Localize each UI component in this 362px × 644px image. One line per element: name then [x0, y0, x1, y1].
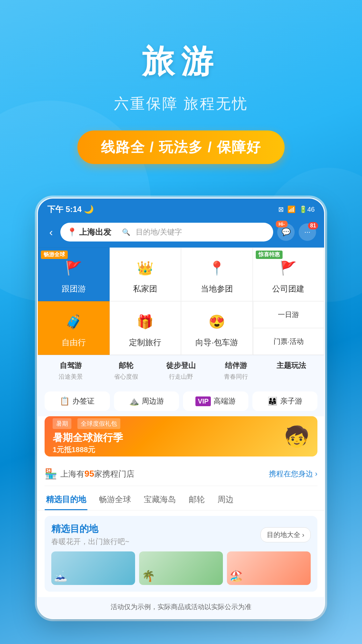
- dest-thumb-3[interactable]: 🏖️: [227, 551, 311, 585]
- dest-header: 精选目的地 春暖花开，出门旅行吧~ 目的地大全 ›: [51, 523, 311, 547]
- free-travel-icon: 🧳: [62, 310, 86, 334]
- tag-global: 畅游全球: [41, 251, 68, 259]
- theme-label: 主题玩法: [277, 361, 306, 371]
- right-column: 一日游 门票·活动: [253, 301, 324, 355]
- mini-item-theme[interactable]: 主题玩法: [265, 361, 317, 381]
- message-icon: 💬: [282, 228, 291, 236]
- notification-badge: 81: [308, 222, 318, 229]
- mini-items-row: 自驾游 沿途美景 邮轮 省心度假 徒步登山 行走山野 结伴游 青春同行 主题玩法: [38, 355, 324, 386]
- tab-selected-dest[interactable]: 精选目的地: [45, 489, 87, 510]
- nearby-label: 周边游: [142, 396, 164, 406]
- self-drive-label: 自驾游: [60, 361, 82, 371]
- self-drive-sub: 沿途美景: [59, 373, 83, 381]
- status-time: 下午 5:14 🌙: [47, 204, 94, 215]
- one-day-label: 一日游: [278, 310, 299, 319]
- banner-illustration: 🧒: [284, 425, 309, 448]
- banner-badge-2: 全球度假礼包: [77, 418, 120, 429]
- quick-link-family[interactable]: 👨‍👩‍👧 亲子游: [252, 391, 318, 411]
- quick-link-visa[interactable]: 📋 办签证: [45, 391, 110, 411]
- moon-icon: 🌙: [84, 205, 94, 214]
- tab-global-tour[interactable]: 畅游全球: [98, 489, 132, 510]
- nearby-icon: ⛰️: [129, 396, 139, 406]
- hiking-label: 徒步登山: [166, 361, 196, 371]
- tag-special: 惊喜特惠: [256, 251, 283, 259]
- grid-row-1: 畅游全球 🚩 跟团游 👑 私家团 📍: [38, 248, 324, 301]
- family-label: 亲子游: [280, 396, 302, 406]
- group-tour-label: 跟团游: [62, 283, 86, 294]
- promo-banner[interactable]: 暑期 全球度假礼包 暑期全球旅行季 1元抵1888元 🧒: [45, 416, 317, 457]
- search-bar[interactable]: 📍 上海出发 🔍 目的地/关键字: [60, 223, 273, 241]
- location-icon: 📍: [67, 227, 77, 237]
- visa-icon: 📋: [60, 396, 70, 406]
- nav-bar: ‹ 📍 上海出发 🔍 目的地/关键字 💬 Hi- ··· 81: [38, 218, 324, 248]
- nav-icons: 💬 Hi- ··· 81: [277, 223, 316, 241]
- custom-travel-icon: 🎁: [133, 310, 157, 334]
- hi-badge: Hi-: [276, 221, 288, 227]
- grid-item-free-travel[interactable]: 🧳 自由行: [38, 301, 110, 355]
- store-link[interactable]: 携程在您身边 ›: [269, 469, 317, 479]
- mini-item-companion[interactable]: 结伴游 青春同行: [210, 361, 262, 381]
- status-icons: ⊠ 📶 🔋46: [278, 205, 315, 213]
- family-icon: 👨‍👩‍👧: [267, 396, 278, 406]
- mini-item-hiking[interactable]: 徒步登山 行走山野: [155, 361, 207, 381]
- local-tour-label: 当地参团: [201, 283, 233, 294]
- mini-item-self-drive[interactable]: 自驾游 沿途美景: [45, 361, 97, 381]
- grid-item-custom-travel[interactable]: 🎁 定制旅行: [110, 301, 181, 355]
- page-title: 旅游: [0, 40, 362, 84]
- wifi-icon: 📶: [287, 205, 296, 213]
- tab-cruise[interactable]: 邮轮: [187, 489, 206, 510]
- tab-nearby[interactable]: 周边: [216, 489, 235, 510]
- battery-icon: 🔋46: [299, 205, 315, 213]
- tabs-section: 精选目的地 畅游全球 宝藏海岛 邮轮 周边: [38, 489, 324, 511]
- visa-label: 办签证: [72, 396, 95, 406]
- grid-item-guide[interactable]: 😍 向导·包车游: [181, 301, 253, 355]
- cruise-label: 邮轮: [119, 361, 133, 371]
- search-origin: 📍 上海出发: [67, 227, 111, 237]
- banner-text: 暑期 全球度假礼包 暑期全球旅行季 1元抵1888元: [53, 418, 284, 455]
- tab-treasure-island[interactable]: 宝藏海岛: [142, 489, 177, 510]
- luxury-label: 高端游: [214, 396, 236, 406]
- guide-icon: 😍: [205, 310, 229, 334]
- screen-icon: ⊠: [278, 205, 284, 213]
- search-placeholder: 目的地/关键字: [136, 227, 182, 237]
- grid-item-one-day[interactable]: 一日游: [253, 301, 324, 328]
- company-tour-icon: 🚩: [276, 256, 300, 280]
- store-icon: 🏪: [45, 468, 57, 480]
- dest-thumb-2[interactable]: 🌴: [139, 551, 223, 585]
- more-button[interactable]: ··· 81: [299, 223, 316, 241]
- grid-item-company-tour[interactable]: 惊喜特惠 🚩 公司团建: [253, 248, 324, 301]
- banner-promo: 1元抵1888元: [53, 445, 284, 455]
- store-info: 🏪 上海有95家携程门店 携程在您身边 ›: [45, 462, 317, 486]
- private-tour-label: 私家团: [133, 283, 157, 294]
- message-button[interactable]: 💬 Hi-: [277, 223, 295, 241]
- dest-all-button[interactable]: 目的地大全 ›: [260, 527, 311, 542]
- company-tour-label: 公司团建: [272, 283, 304, 294]
- local-tour-icon: 📍: [205, 256, 229, 280]
- destination-section: 精选目的地 春暖花开，出门旅行吧~ 目的地大全 › 🗻 🌴 🏖️: [45, 516, 317, 592]
- more-icon: ···: [304, 228, 310, 236]
- back-button[interactable]: ‹: [46, 225, 56, 240]
- custom-travel-label: 定制旅行: [129, 337, 161, 348]
- service-grid: 畅游全球 🚩 跟团游 👑 私家团 📍: [38, 248, 324, 618]
- search-icon: 🔍: [122, 228, 130, 236]
- quick-link-luxury[interactable]: VIP 高端游: [183, 391, 248, 411]
- store-left: 🏪 上海有95家携程门店: [45, 468, 134, 480]
- dest-subtitle: 春暖花开，出门旅行吧~: [51, 537, 129, 547]
- quick-link-nearby[interactable]: ⛰️ 周边游: [114, 391, 179, 411]
- grid-item-tickets[interactable]: 门票·活动: [253, 328, 324, 355]
- grid-item-private-tour[interactable]: 👑 私家团: [110, 248, 181, 301]
- grid-item-group-tour[interactable]: 畅游全球 🚩 跟团游: [38, 248, 110, 301]
- phone-container: 下午 5:14 🌙 ⊠ 📶 🔋46 ‹ 📍 上海出发 🔍 目的地/关键字: [0, 198, 362, 619]
- companion-sub: 青春同行: [224, 373, 248, 381]
- grid-item-local-tour[interactable]: 📍 当地参团: [181, 248, 253, 301]
- cruise-sub: 省心度假: [114, 373, 138, 381]
- mini-item-cruise[interactable]: 邮轮 省心度假: [100, 361, 152, 381]
- guide-label: 向导·包车游: [195, 337, 238, 348]
- tickets-label: 门票·活动: [274, 337, 304, 346]
- status-bar: 下午 5:14 🌙 ⊠ 📶 🔋46: [38, 199, 324, 218]
- promo-badge[interactable]: 线路全 / 玩法多 / 保障好: [77, 130, 285, 164]
- dest-thumb-1[interactable]: 🗻: [51, 551, 135, 585]
- grid-row-2-container: 🧳 自由行 🎁 定制旅行 😍 向导·包车游: [38, 301, 324, 355]
- banner-title: 暑期全球旅行季: [53, 431, 284, 445]
- free-travel-label: 自由行: [62, 337, 86, 348]
